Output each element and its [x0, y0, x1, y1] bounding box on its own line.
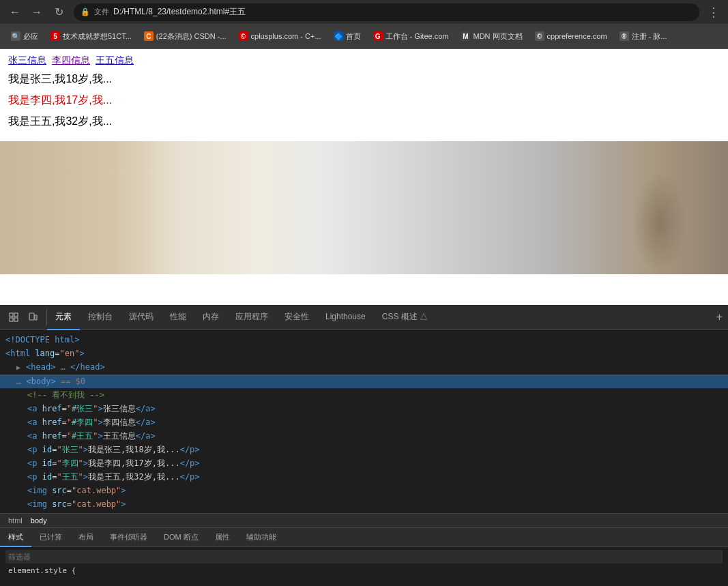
- refresh-button[interactable]: ↻: [49, 3, 68, 22]
- bookmark-item-bm8[interactable]: ©cppreference.com: [529, 29, 613, 43]
- device-toolbar-icon[interactable]: [25, 309, 41, 325]
- code-indent-cl10: <p id="李四">我是李四,我17岁,我...</p>: [0, 457, 200, 469]
- page-image: [0, 141, 728, 274]
- code-indent-cl12: <img src="cat.webp">: [0, 484, 126, 497]
- filter-row: [5, 550, 723, 563]
- bookmark-item-bm4[interactable]: ©cplusplus.com - C+...: [233, 29, 327, 43]
- st3[interactable]: 布局: [70, 528, 102, 547]
- code-line-cl1[interactable]: <!DOCTYPE html>: [0, 333, 728, 347]
- bookmark-item-bm5[interactable]: 🔷首页: [328, 29, 366, 44]
- forward-button[interactable]: →: [27, 3, 46, 22]
- bookmark-icon-bm7: M: [461, 31, 470, 41]
- code-line-cl4[interactable]: … <body> == $0: [0, 375, 728, 388]
- bookmark-icon-bm5: 🔷: [334, 31, 343, 41]
- filter-input[interactable]: [8, 553, 720, 561]
- devtools-tabs: 元素控制台源代码性能内存应用程序安全性LighthouseCSS 概述 △: [47, 305, 711, 330]
- code-indent-cl9: <p id="张三">我是张三,我18岁,我...</p>: [0, 443, 200, 456]
- devtools-toolbar: 元素控制台源代码性能内存应用程序安全性LighthouseCSS 概述 △ +: [0, 305, 728, 330]
- bookmark-label-bm1: 必应: [23, 31, 38, 42]
- tab-app[interactable]: 应用程序: [227, 305, 276, 330]
- st2[interactable]: 已计算: [31, 528, 70, 547]
- code-line-cl6[interactable]: <a href="#张三">张三信息</a>: [0, 402, 728, 415]
- st7[interactable]: 辅助功能: [238, 528, 285, 547]
- code-line-cl5[interactable]: <!-- 看不到我 -->: [0, 388, 728, 402]
- element-style-text: element.style {: [5, 565, 723, 576]
- code-indent-cl6: <a href="#张三">张三信息</a>: [0, 402, 156, 415]
- styles-content: element.style {: [0, 547, 728, 586]
- bookmark-label-bm3: (22条消息) CSDN -...: [156, 31, 227, 42]
- bookmark-item-bm7[interactable]: MMDN 网页文档: [455, 29, 527, 44]
- styles-panel: 样式已计算布局事件侦听器DOM 断点属性辅助功能 element.style {: [0, 528, 728, 586]
- bookmark-item-bm2[interactable]: 5技术成就梦想51CT...: [45, 29, 137, 44]
- code-line-cl12[interactable]: <img src="cat.webp">: [0, 484, 728, 497]
- bookmark-label-bm2: 技术成就梦想51CT...: [63, 31, 132, 42]
- st6[interactable]: 属性: [207, 528, 238, 547]
- bookmark-icon-bm1: 🔍: [11, 31, 20, 41]
- lock-icon: 🔒: [81, 8, 90, 16]
- tab-sources[interactable]: 源代码: [121, 305, 162, 330]
- bookmark-item-bm1[interactable]: 🔍必应: [5, 29, 44, 44]
- svg-rect-2: [14, 313, 18, 317]
- tab-console[interactable]: 控制台: [80, 305, 121, 330]
- st5[interactable]: DOM 断点: [156, 528, 207, 547]
- bookmark-item-bm9[interactable]: ®注册 - 脉...: [614, 29, 673, 44]
- inspect-element-icon[interactable]: [5, 309, 22, 325]
- code-indent-cl8: <a href="#王五">王五信息</a>: [0, 430, 156, 442]
- bookmark-icon-bm6: G: [373, 31, 383, 41]
- bookmarks-bar: 🔍必应5技术成就梦想51CT...C(22条消息) CSDN -...©cplu…: [0, 24, 728, 49]
- bookmark-item-bm6[interactable]: G工作台 - Gitee.com: [368, 29, 454, 44]
- svg-rect-3: [14, 318, 18, 321]
- code-line-cl7[interactable]: <a href="#李四">李四信息</a>: [0, 415, 728, 429]
- bookmark-label-bm9: 注册 - 脉...: [632, 31, 667, 42]
- page-content: 张三信息 李四信息 王五信息 我是张三,我18岁,我...我是李四,我17岁,我…: [0, 49, 728, 305]
- tab-elements[interactable]: 元素: [47, 305, 80, 330]
- code-indent-cl11: <p id="王五">我是王五,我32岁,我...</p>: [0, 471, 200, 483]
- code-panel[interactable]: <!DOCTYPE html><html lang="en">▶<head> ……: [0, 330, 728, 513]
- browser-chrome: ← → ↻ 🔒 文件 D:/HTML/8_23/testdemo2.html#王…: [0, 0, 728, 49]
- st4[interactable]: 事件侦听器: [102, 528, 156, 547]
- code-line-cl8[interactable]: <a href="#王五">王五信息</a>: [0, 429, 728, 443]
- page-link-lnk3[interactable]: 王五信息: [96, 55, 134, 67]
- code-indent-cl5: <!-- 看不到我 -->: [0, 389, 104, 401]
- code-line-cl10[interactable]: <p id="李四">我是李四,我17岁,我...</p>: [0, 456, 728, 470]
- browser-menu-button[interactable]: ⋮: [705, 5, 723, 20]
- page-link-lnk2[interactable]: 李四信息: [52, 55, 90, 67]
- code-indent-cl7: <a href="#李四">李四信息</a>: [0, 416, 156, 428]
- code-indent-cl1: <!DOCTYPE html>: [0, 334, 79, 346]
- tab-lighthouse[interactable]: Lighthouse: [317, 305, 374, 330]
- browser-titlebar: ← → ↻ 🔒 文件 D:/HTML/8_23/testdemo2.html#王…: [0, 0, 728, 24]
- code-line-cl3[interactable]: ▶<head> … </head>: [0, 360, 728, 375]
- nav-buttons: ← → ↻: [5, 3, 68, 22]
- svg-rect-5: [35, 315, 37, 320]
- code-indent-cl2: <html lang="en">: [0, 347, 85, 360]
- add-tab-button[interactable]: +: [711, 311, 728, 323]
- address-prefix: 文件: [94, 7, 109, 17]
- bookmark-label-bm8: cppreference.com: [547, 32, 607, 40]
- styles-tabs: 样式已计算布局事件侦听器DOM 断点属性辅助功能: [0, 528, 728, 547]
- page-link-lnk1[interactable]: 张三信息: [8, 55, 46, 67]
- devtools-icons: [0, 309, 47, 325]
- address-bar[interactable]: 🔒 文件 D:/HTML/8_23/testdemo2.html#王五: [74, 3, 699, 21]
- tab-perf[interactable]: 性能: [162, 305, 194, 330]
- tab-css[interactable]: CSS 概述 △: [374, 305, 436, 330]
- code-line-cl11[interactable]: <p id="王五">我是王五,我32岁,我...</p>: [0, 470, 728, 484]
- devtools-panel: 元素控制台源代码性能内存应用程序安全性LighthouseCSS 概述 △ + …: [0, 305, 728, 586]
- bookmark-label-bm6: 工作台 - Gitee.com: [385, 31, 449, 42]
- tab-security[interactable]: 安全性: [276, 305, 317, 330]
- code-line-cl13[interactable]: <img src="cat.webp">: [0, 497, 728, 511]
- bookmark-icon-bm3: C: [144, 31, 154, 41]
- bookmark-label-bm4: cplusplus.com - C+...: [251, 32, 321, 40]
- st1[interactable]: 样式: [0, 528, 31, 547]
- back-button[interactable]: ←: [5, 3, 25, 22]
- paragraphs-container: 我是张三,我18岁,我...我是李四,我17岁,我...我是王五,我32岁,我.…: [8, 72, 720, 129]
- bookmark-icon-bm2: 5: [50, 31, 60, 41]
- breadcrumb-bc1[interactable]: html: [5, 515, 25, 526]
- page-paragraph-p1: 我是张三,我18岁,我...: [8, 72, 720, 87]
- bookmark-label-bm7: MDN 网页文档: [473, 31, 522, 42]
- breadcrumb-bc2[interactable]: body: [28, 515, 50, 526]
- bookmark-item-bm3[interactable]: C(22条消息) CSDN -...: [139, 29, 232, 44]
- bookmark-icon-bm4: ©: [239, 31, 248, 41]
- tab-memory[interactable]: 内存: [194, 305, 227, 330]
- code-line-cl2[interactable]: <html lang="en">: [0, 347, 728, 360]
- code-line-cl9[interactable]: <p id="张三">我是张三,我18岁,我...</p>: [0, 443, 728, 456]
